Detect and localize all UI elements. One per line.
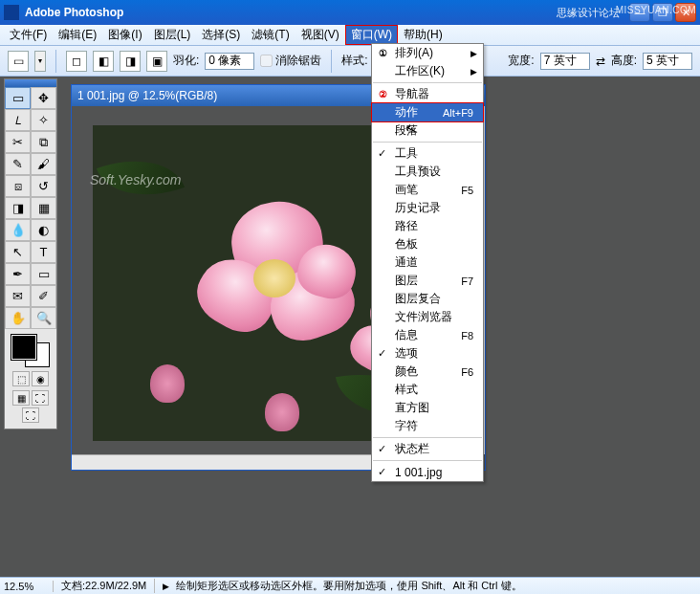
wand-tool[interactable]: ✧ [31,109,56,131]
move-tool[interactable]: ✥ [31,87,56,109]
menu-编辑e[interactable]: 编辑(E) [53,25,102,45]
menuitem-选项[interactable]: ✓选项 [372,344,483,363]
menuitem-工作区(K)[interactable]: 工作区(K)▶ [372,62,483,80]
menu-separator [373,437,482,438]
menuitem-画笔[interactable]: 画笔F5 [372,181,483,199]
menuitem-label: 图层复合 [395,291,441,307]
menu-图层l[interactable]: 图层(L) [148,25,197,45]
menuitem-历史记录[interactable]: 历史记录 [372,199,483,217]
swap-wh-icon[interactable]: ⇄ [596,55,605,68]
menu-窗口w[interactable]: 窗口(W) [345,25,398,45]
shortcut-label: F6 [461,366,473,378]
slice-tool[interactable]: ⧉ [31,131,56,153]
height-input[interactable] [643,53,692,70]
menu-separator [373,142,482,143]
dodge-tool[interactable]: ◐ [31,219,56,241]
marquee-add-icon[interactable]: ◧ [93,51,114,72]
menuitem-信息[interactable]: 信息F8 [372,326,483,344]
path-sel-tool[interactable]: ↖ [5,241,31,263]
screen-mode-std-icon[interactable]: ▦ [12,390,30,406]
screen-mode-max-icon[interactable]: ⛶ [22,407,39,423]
shape-tool[interactable]: ▭ [31,263,56,285]
zoom-tool[interactable]: 🔍 [31,307,56,329]
brush-tool[interactable]: 🖌 [31,153,56,175]
menu-视图v[interactable]: 视图(V) [295,25,345,45]
menu-选择s[interactable]: 选择(S) [196,25,246,45]
menuitem-label: 色板 [395,236,418,253]
menuitem-文件浏览器[interactable]: 文件浏览器 [372,308,483,326]
gradient-tool[interactable]: ▦ [31,197,56,219]
watermark-forum: 思缘设计论坛 [557,6,620,20]
antialias-check[interactable] [260,55,273,67]
marquee-sub-icon[interactable]: ◨ [120,51,141,72]
menuitem-状态栏[interactable]: ✓状态栏 [372,440,483,458]
hand-tool[interactable]: ✋ [5,307,31,329]
fg-bg-swatch[interactable] [11,335,50,367]
type-tool[interactable]: T [31,241,56,263]
menu-文件f[interactable]: 文件(F) [4,25,53,45]
hint-text: ▶ 绘制矩形选区或移动选区外框。要用附加选项，使用 Shift、Alt 和 Ct… [155,579,700,593]
menuitem-导航器[interactable]: ②导航器 [372,85,483,103]
zoom-field[interactable]: 12.5% [0,581,54,592]
menuitem-1 001.jpg[interactable]: ✓1 001.jpg [372,463,483,481]
feather-label: 羽化: [173,53,199,69]
marquee-intersect-icon[interactable]: ▣ [146,51,167,72]
standard-mode-icon[interactable]: ⬚ [12,371,30,386]
notes-tool[interactable]: ✉ [5,285,31,307]
eraser-tool[interactable]: ◨ [5,197,31,219]
marquee-new-icon[interactable]: ◻ [66,51,87,72]
tool-preset-dropdown[interactable]: ▾ [34,51,46,72]
menuitem-label: 画笔 [395,182,418,198]
history-brush-tool[interactable]: ↺ [31,175,56,197]
lasso-tool[interactable]: 𝘓 [5,109,31,131]
workspace: ▭✥𝘓✧✂⧉✎🖌⧇↺◨▦💧◐↖T✒▭✉✐✋🔍 ⬚ ◉ ▦ ⛶ ⛶ 1 001.j… [0,77,700,577]
menu-图像i[interactable]: 图像(I) [102,25,147,45]
doc-size-info[interactable]: 文档:22.9M/22.9M [54,579,155,593]
menuitem-路径[interactable]: 路径 [372,217,483,235]
heal-tool[interactable]: ✎ [5,153,31,175]
menuitem-颜色[interactable]: 颜色F6 [372,363,483,381]
menu-滤镜t[interactable]: 滤镜(T) [246,25,295,45]
color-controls: ⬚ ◉ ▦ ⛶ ⛶ [5,329,56,429]
stamp-tool[interactable]: ⧇ [5,175,31,197]
menuitem-label: 颜色 [395,363,418,380]
menuitem-工具预设[interactable]: 工具预设 [372,163,483,181]
menuitem-色板[interactable]: 色板 [372,235,483,253]
feather-input[interactable] [205,53,254,70]
fg-color[interactable] [11,335,36,360]
height-label: 高度: [611,53,637,69]
menuitem-样式[interactable]: 样式 [372,381,483,399]
marquee-tool[interactable]: ▭ [5,87,31,109]
quickmask-mode-icon[interactable]: ◉ [32,371,49,386]
menuitem-排列(A)[interactable]: ①排列(A)▶ [372,44,483,62]
quickmask-row: ⬚ ◉ [12,371,49,386]
image-bud [150,364,185,403]
menuitem-图层复合[interactable]: 图层复合 [372,290,483,308]
eyedrop-tool[interactable]: ✐ [31,285,56,307]
menuitem-label: 状态栏 [395,441,429,457]
menuitem-直方图[interactable]: 直方图 [372,399,483,417]
options-bar: ▭ ▾ ◻ ◧ ◨ ▣ 羽化: 消除锯齿 样式: 宽度: ⇄ 高度: [0,46,700,77]
hint-arrow-icon: ▶ [163,582,169,591]
menuitem-段落[interactable]: 段落 [372,121,483,140]
menuitem-图层[interactable]: 图层F7 [372,272,483,290]
separator [331,50,332,73]
pen-tool[interactable]: ✒ [5,263,31,285]
menuitem-label: 通道 [395,254,418,271]
toolbox-handle[interactable] [5,79,56,87]
width-input[interactable] [540,53,590,70]
screen-mode-full-icon[interactable]: ⛶ [32,390,49,406]
menuitem-工具[interactable]: ✓工具 [372,144,483,163]
submenu-arrow-icon: ▶ [470,67,477,77]
image-flower [198,202,351,345]
blur-tool[interactable]: 💧 [5,219,31,241]
menuitem-动作[interactable]: 动作Alt+F9 [372,103,483,121]
menuitem-通道[interactable]: 通道 [372,253,483,272]
antialias-checkbox[interactable]: 消除锯齿 [260,53,321,69]
shortcut-label: Alt+F9 [443,107,473,119]
menubar: 文件(F)编辑(E)图像(I)图层(L)选择(S)滤镜(T)视图(V)窗口(W)… [0,25,700,46]
menuitem-字符[interactable]: 字符 [372,417,483,435]
crop-tool[interactable]: ✂ [5,131,31,153]
menu-帮助h[interactable]: 帮助(H) [398,25,448,45]
marquee-preset-icon[interactable]: ▭ [8,51,29,72]
